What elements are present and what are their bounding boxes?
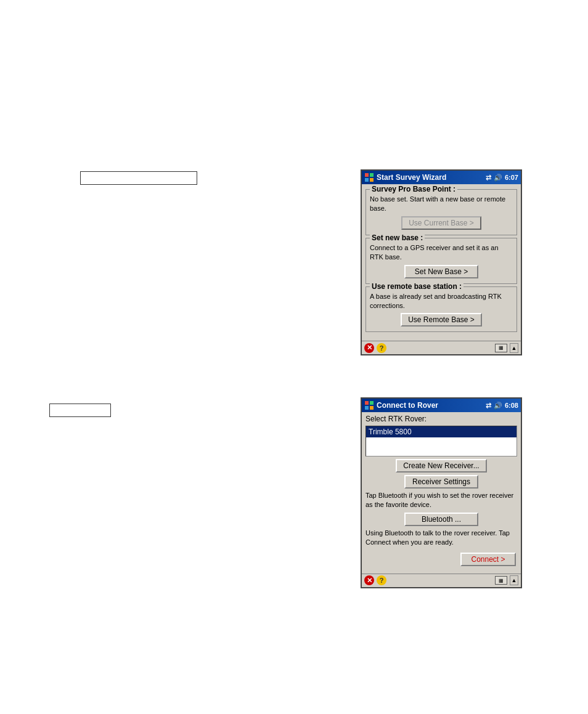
dialog2-title: Connect to Rover [377,401,486,410]
dialog1-group2-title: Set new base : [370,233,425,242]
help-icon-2: ? [380,577,384,584]
svg-rect-5 [370,401,374,405]
dialog1-group2-content: Connect to a GPS receiver and set it as … [370,243,513,262]
dialog1-group-remote-base: Use remote base station : A base is alre… [365,286,517,333]
dialog1-group-set-new-base: Set new base : Connect to a GPS receiver… [365,238,517,284]
use-current-base-button[interactable]: Use Current Base > [401,216,481,230]
dialog1-help-button[interactable]: ? [377,343,386,353]
svg-rect-1 [370,173,374,177]
dialog2-info2: Using Bluetooth to talk to the rover rec… [365,529,517,548]
dialog1-scroll-up-button[interactable]: ▲ [510,343,518,353]
connect-to-rover-dialog: Connect to Rover ⇄ 🔊 6:08 Select RTK Rov… [361,397,522,588]
label-box-2 [49,404,111,417]
dialog2-scroll-up-button[interactable]: ▲ [510,575,518,585]
dialog2-help-button[interactable]: ? [377,575,386,585]
dialog1-time: 6:07 [505,174,518,181]
set-new-base-button[interactable]: Set New Base > [404,265,478,278]
dialog1-group3-title: Use remote base station : [370,282,463,291]
svg-rect-2 [365,178,369,182]
label-box-1 [80,171,197,185]
close-icon: ✕ [367,344,372,352]
help-icon: ? [380,344,384,352]
dialog1-volume-icon: 🔊 [494,174,502,182]
dialog1-group3-content: A base is already set and broadcasting R… [370,292,513,311]
dialog2-time: 6:08 [505,402,518,409]
dialog1-group-base-point: Survey Pro Base Point : No base set. Sta… [365,189,517,235]
dialog2-keyboard-button[interactable]: ▦ [495,576,507,585]
close-icon-2: ✕ [367,577,372,585]
dialog1-group1-content: No base set. Start with a new base or re… [370,195,513,214]
svg-rect-6 [365,406,369,410]
use-remote-base-button[interactable]: Use Remote Base > [401,313,482,327]
windows-logo-icon-2 [364,400,374,410]
dialog2-titlebar: Connect to Rover ⇄ 🔊 6:08 [362,399,521,412]
svg-rect-4 [365,401,369,405]
svg-rect-7 [370,406,374,410]
start-survey-wizard-dialog: Start Survey Wizard ⇄ 🔊 6:07 Survey Pro … [361,169,522,355]
connect-button[interactable]: Connect > [460,553,516,566]
dialog2-info1: Tap Bluetooth if you wish to set the rov… [365,491,517,510]
dialog1-group1-title: Survey Pro Base Point : [370,185,457,193]
dialog2-body: Select RTK Rover: Trimble 5800 Create Ne… [362,412,521,574]
dialog2-taskbar: ✕ ? ▦ ▲ [362,574,521,587]
receiver-settings-button[interactable]: Receiver Settings [404,475,478,489]
dialog1-taskbar: ✕ ? ▦ ▲ [362,341,521,354]
bluetooth-button[interactable]: Bluetooth ... [404,513,478,526]
windows-logo-icon [364,172,374,182]
create-new-receiver-button[interactable]: Create New Receiver... [396,459,486,473]
dialog1-title-icons: ⇄ 🔊 6:07 [486,174,518,182]
keyboard-icon-2: ▦ [499,578,504,583]
dialog2-select-label: Select RTK Rover: [365,415,517,423]
dialog2-volume-icon: 🔊 [494,402,502,410]
dialog1-titlebar: Start Survey Wizard ⇄ 🔊 6:07 [362,171,521,184]
dialog1-network-icon: ⇄ [486,174,491,182]
rover-list-item-trimble5800[interactable]: Trimble 5800 [366,426,517,437]
dialog2-network-icon: ⇄ [486,402,491,410]
dialog1-close-button[interactable]: ✕ [364,343,374,353]
dialog1-keyboard-button[interactable]: ▦ [495,344,507,352]
scroll-up-icon: ▲ [512,345,517,351]
dialog1-title: Start Survey Wizard [377,173,486,182]
dialog2-close-button[interactable]: ✕ [364,575,374,585]
keyboard-icon: ▦ [499,345,504,351]
scroll-up-icon-2: ▲ [512,577,517,583]
dialog1-body: Survey Pro Base Point : No base set. Sta… [362,184,521,341]
rover-list[interactable]: Trimble 5800 [365,426,517,456]
svg-rect-3 [370,178,374,182]
dialog2-title-icons: ⇄ 🔊 6:08 [486,402,518,410]
svg-rect-0 [365,173,369,177]
